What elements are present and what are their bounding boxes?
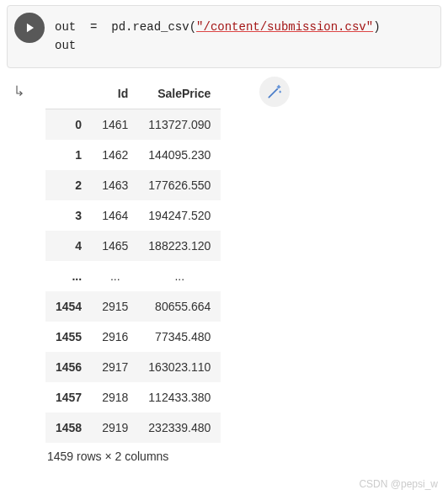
cell-saleprice: 194247.520 bbox=[138, 200, 221, 231]
play-icon bbox=[24, 22, 36, 34]
table-header-row: Id SalePrice bbox=[45, 78, 221, 109]
row-index: 1458 bbox=[45, 412, 92, 443]
index-header bbox=[45, 78, 92, 109]
cell-id: 1463 bbox=[92, 170, 138, 200]
row-index: 0 bbox=[45, 109, 92, 140]
code-editor[interactable]: out = pd.read_csv("/content/submission.c… bbox=[51, 9, 440, 64]
table-row: 41465188223.120 bbox=[45, 231, 221, 261]
row-index: 3 bbox=[45, 200, 92, 231]
cell-saleprice: 112433.380 bbox=[138, 382, 221, 412]
cell-saleprice: 113727.090 bbox=[138, 109, 221, 140]
cell-id: 2916 bbox=[92, 322, 138, 352]
cell-saleprice: 232339.480 bbox=[138, 412, 221, 443]
code-token: ) bbox=[373, 20, 380, 34]
code-string: "/content/submission.csv" bbox=[196, 20, 373, 34]
table-row: 14582919232339.480 bbox=[45, 412, 221, 443]
ellipsis-cell: ... bbox=[45, 261, 92, 291]
code-token: ( bbox=[189, 20, 196, 34]
cell-id: 1465 bbox=[92, 231, 138, 261]
cell-id: 1464 bbox=[92, 200, 138, 231]
cell-saleprice: 163023.110 bbox=[138, 352, 221, 382]
table-row: 1454291580655.664 bbox=[45, 291, 221, 322]
ellipsis-row: ......... bbox=[45, 261, 221, 291]
code-token: pd bbox=[111, 20, 125, 34]
ellipsis-cell: ... bbox=[92, 261, 138, 291]
run-button[interactable] bbox=[14, 13, 45, 43]
row-index: 4 bbox=[45, 231, 92, 261]
cell-id: 1462 bbox=[92, 140, 138, 170]
code-cell: out = pd.read_csv("/content/submission.c… bbox=[7, 5, 441, 68]
cell-id: 2919 bbox=[92, 412, 138, 443]
row-index: 1456 bbox=[45, 352, 92, 382]
cell-saleprice: 77345.480 bbox=[138, 322, 221, 352]
cell-id: 2915 bbox=[92, 291, 138, 322]
output-content: Id SalePrice 01461113727.09011462144095.… bbox=[37, 77, 441, 463]
row-index: 1455 bbox=[45, 322, 92, 352]
output-arrow-icon bbox=[14, 83, 29, 98]
output-indicator[interactable] bbox=[7, 77, 37, 463]
cell-saleprice: 188223.120 bbox=[138, 231, 221, 261]
code-token: = bbox=[76, 20, 111, 34]
dataframe-shape: 1459 rows × 2 columns bbox=[45, 450, 441, 463]
table-row: 14562917163023.110 bbox=[45, 352, 221, 382]
ellipsis-cell: ... bbox=[138, 261, 221, 291]
dataframe-table: Id SalePrice 01461113727.09011462144095.… bbox=[45, 78, 221, 443]
cell-id: 2917 bbox=[92, 352, 138, 382]
column-header: SalePrice bbox=[138, 78, 221, 109]
magic-wand-icon bbox=[266, 83, 283, 100]
cell-saleprice: 80655.664 bbox=[138, 291, 221, 322]
cell-saleprice: 144095.230 bbox=[138, 140, 221, 170]
row-index: 1454 bbox=[45, 291, 92, 322]
row-index: 1457 bbox=[45, 382, 92, 412]
table-row: 31464194247.520 bbox=[45, 200, 221, 231]
magic-wand-button[interactable] bbox=[259, 77, 290, 107]
output-area: Id SalePrice 01461113727.09011462144095.… bbox=[7, 77, 441, 463]
cell-saleprice: 177626.550 bbox=[138, 170, 221, 200]
code-token: out bbox=[55, 39, 76, 52]
table-row: 11462144095.230 bbox=[45, 140, 221, 170]
cell-id: 1461 bbox=[92, 109, 138, 140]
table-row: 14572918112433.380 bbox=[45, 382, 221, 412]
row-index: 2 bbox=[45, 170, 92, 200]
cell-id: 2918 bbox=[92, 382, 138, 412]
row-index: 1 bbox=[45, 140, 92, 170]
table-row: 21463177626.550 bbox=[45, 170, 221, 200]
table-row: 1455291677345.480 bbox=[45, 322, 221, 352]
code-token: read_csv bbox=[132, 20, 189, 34]
watermark: CSDN @pepsi_w bbox=[359, 478, 438, 490]
column-header: Id bbox=[92, 78, 138, 109]
code-token: out bbox=[55, 20, 76, 34]
table-row: 01461113727.090 bbox=[45, 109, 221, 140]
